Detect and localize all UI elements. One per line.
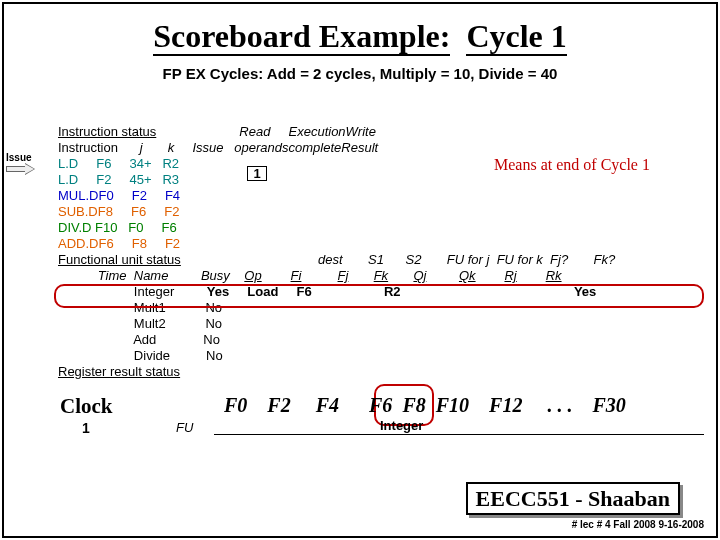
hdr-complete: complete <box>289 140 342 155</box>
reg-dots: . . . <box>547 394 572 416</box>
hdr-issue: Issue <box>192 140 223 155</box>
title-a: Scoreboard Example: <box>153 18 450 56</box>
i4-k: F6 <box>162 220 177 235</box>
title-b: Cycle 1 <box>466 18 566 56</box>
highlight-fu-row <box>54 284 704 308</box>
i4-j: F0 <box>128 220 143 235</box>
i1-d: F2 <box>96 172 111 187</box>
footer-text: EECC551 - Shaaban <box>466 482 680 515</box>
i5-j: F8 <box>132 236 147 251</box>
hdr-time: Time <box>98 268 127 283</box>
i2-d: F0 <box>98 188 113 203</box>
reg-f12: F12 <box>489 394 522 416</box>
hdr-fjq: Fj? <box>550 252 568 267</box>
i1-op: L.D <box>58 172 78 187</box>
hdr-fu-status: Functional unit status <box>58 252 181 267</box>
page-title: Scoreboard Example: Cycle 1 <box>4 4 716 55</box>
fu3-busy: No <box>203 332 220 347</box>
i3-j: F6 <box>131 204 146 219</box>
hdr-instr-status: Instruction status <box>58 124 156 139</box>
clock-value: 1 <box>82 420 90 436</box>
i4-op: DIV.D <box>58 220 91 235</box>
i1-k: R3 <box>162 172 179 187</box>
hdr-fkq: Fk? <box>593 252 615 267</box>
hdr-fuj: FU for j <box>447 252 490 267</box>
hdr-reg-status: Register result status <box>58 364 180 379</box>
footer-meta: # lec # 4 Fall 2008 9-16-2008 <box>572 519 704 530</box>
hdr-qj: Qj <box>413 268 426 283</box>
i2-j: F2 <box>132 188 147 203</box>
footer: EECC551 - Shaaban <box>466 486 680 512</box>
hdr-qk: Qk <box>459 268 476 283</box>
i3-d: F8 <box>98 204 113 219</box>
i0-k: R2 <box>162 156 179 171</box>
reg-f30: F30 <box>592 394 625 416</box>
hdr-fuk: FU for k <box>497 252 543 267</box>
hdr-read: Read <box>239 124 270 139</box>
fu-label: FU <box>176 420 193 435</box>
fu2-name: Mult2 <box>134 316 166 331</box>
reg-f10: F10 <box>436 394 469 416</box>
note-text: Means at end of Cycle 1 <box>494 156 650 174</box>
reg-f2: F2 <box>267 394 290 416</box>
hdr-fj: Fj <box>338 268 349 283</box>
issue-value: 1 <box>253 166 260 181</box>
hdr-op: Op <box>244 268 261 283</box>
hdr-write: Write <box>346 124 376 139</box>
i0-j: 34+ <box>130 156 152 171</box>
reg-underline <box>214 434 704 435</box>
hdr-busy: Busy <box>201 268 230 283</box>
hdr-fi: Fi <box>291 268 302 283</box>
hdr-exec: Execution <box>289 124 346 139</box>
i5-k: F2 <box>165 236 180 251</box>
hdr-result: Result <box>341 140 378 155</box>
i5-op: ADD.D <box>58 236 98 251</box>
issue-arrow-label: Issue <box>6 152 32 163</box>
arrow-icon <box>6 164 34 176</box>
i5-d: F6 <box>98 236 113 251</box>
fu4-busy: No <box>206 348 223 363</box>
fu2-busy: No <box>205 316 222 331</box>
reg-f4: F4 <box>316 394 339 416</box>
reg-f0: F0 <box>224 394 247 416</box>
hdr-instruction: Instruction <box>58 140 118 155</box>
hdr-fk: Fk <box>374 268 388 283</box>
hdr-dest: dest <box>318 252 343 267</box>
i2-k: F4 <box>165 188 180 203</box>
i0-op: L.D <box>58 156 78 171</box>
hdr-name: Name <box>134 268 169 283</box>
hdr-s1: S1 <box>368 252 384 267</box>
i0-d: F6 <box>96 156 111 171</box>
i3-k: F2 <box>164 204 179 219</box>
i4-d: F10 <box>95 220 117 235</box>
fu4-name: Divide <box>134 348 170 363</box>
i2-op: MUL.D <box>58 188 98 203</box>
reg-f8: F8 <box>402 394 425 416</box>
issue-value-box: 1 <box>247 166 267 181</box>
hdr-rk: Rk <box>546 268 562 283</box>
fu3-name: Add <box>133 332 156 347</box>
clock-label: Clock <box>60 394 113 419</box>
reg-header: F0 F2 F4 F6 F8 F10 F12 . . . F30 <box>224 394 626 417</box>
i1-j: 45+ <box>130 172 152 187</box>
i3-op: SUB.D <box>58 204 98 219</box>
hdr-operands: operands <box>234 140 288 155</box>
hdr-s2: S2 <box>406 252 422 267</box>
reg-value-integer: Integer <box>380 418 423 433</box>
hdr-rj: Rj <box>504 268 516 283</box>
reg-f6: F6 <box>369 394 392 416</box>
subtitle: FP EX Cycles: Add = 2 cycles, Multiply =… <box>4 65 716 82</box>
